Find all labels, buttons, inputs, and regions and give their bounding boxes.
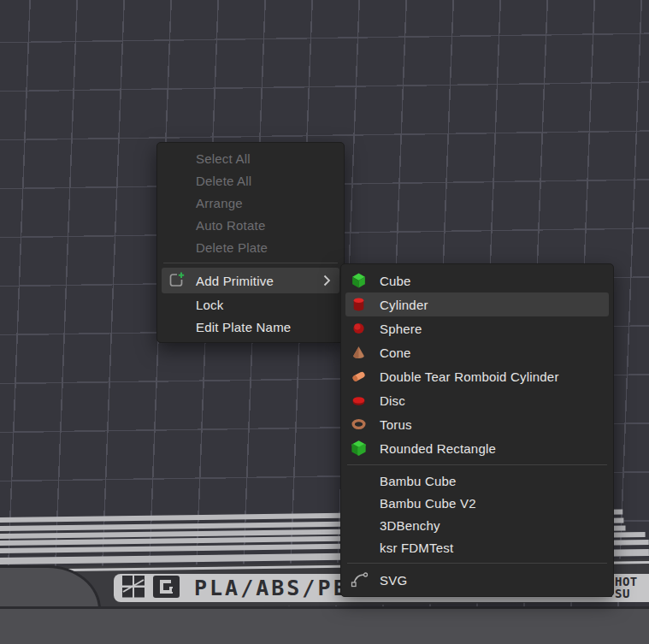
- plate-outside-area: [0, 606, 649, 644]
- hot-surface-label: HOT SU: [615, 576, 649, 600]
- add-primitive-icon: [167, 271, 186, 290]
- menu-item-delete-plate[interactable]: Delete Plate: [162, 236, 339, 258]
- menu-item-lock[interactable]: Lock: [162, 293, 339, 316]
- rounded-rectangle-icon: [351, 440, 367, 457]
- submenu-item-label: Cube: [380, 274, 411, 288]
- submenu-item-label: Cone: [380, 346, 411, 360]
- menu-item-label: Lock: [196, 298, 224, 312]
- bezier-curve-icon: [351, 571, 369, 589]
- g-logo: [153, 576, 180, 601]
- submenu-item-cone[interactable]: Cone: [345, 340, 609, 364]
- bambu-logo: [122, 576, 145, 601]
- menu-item-arrange[interactable]: Arrange: [162, 192, 339, 214]
- submenu-item-svg[interactable]: SVG: [345, 568, 609, 592]
- sphere-icon: [351, 321, 367, 337]
- submenu-item-3dbenchy[interactable]: 3DBenchy: [345, 514, 609, 536]
- context-menu: Select All Delete All Arrange Auto Rotat…: [156, 142, 345, 343]
- submenu-item-torus[interactable]: Torus: [345, 412, 609, 436]
- menu-item-label: Edit Plate Name: [196, 320, 291, 334]
- submenu-item-rounded-rectangle[interactable]: Rounded Rectangle: [345, 436, 609, 460]
- menu-separator: [163, 263, 338, 263]
- submenu-item-bambu-cube[interactable]: Bambu Cube: [345, 470, 609, 492]
- submenu-item-double-tear-romboid-cylinder[interactable]: Double Tear Romboid Cylinder: [345, 364, 609, 388]
- add-primitive-submenu: Cube Cylinder Sphere: [340, 263, 614, 597]
- menu-item-edit-plate-name[interactable]: Edit Plate Name: [162, 316, 339, 338]
- submenu-item-ksr-fdmtest[interactable]: ksr FDMTest: [345, 536, 609, 558]
- cube-icon: [351, 273, 367, 289]
- menu-separator: [347, 563, 607, 564]
- cone-icon: [351, 345, 367, 361]
- submenu-item-label: SVG: [380, 573, 407, 588]
- menu-item-label: Delete Plate: [196, 240, 268, 255]
- submenu-item-label: 3DBenchy: [380, 518, 440, 533]
- submenu-item-label: Double Tear Romboid Cylinder: [380, 369, 559, 384]
- submenu-item-label: Sphere: [380, 322, 422, 336]
- submenu-item-label: Disc: [380, 393, 405, 408]
- submenu-item-label: Bambu Cube: [380, 474, 457, 488]
- submenu-item-cylinder[interactable]: Cylinder: [345, 292, 609, 316]
- menu-item-label: Select All: [196, 151, 251, 166]
- disc-icon: [351, 393, 367, 409]
- submenu-item-label: ksr FDMTest: [380, 541, 453, 555]
- menu-item-delete-all[interactable]: Delete All: [162, 169, 339, 192]
- cylinder-icon: [351, 297, 367, 313]
- submenu-item-bambu-cube-v2[interactable]: Bambu Cube V2: [345, 492, 609, 514]
- torus-icon: [351, 417, 367, 433]
- romboid-cylinder-icon: [351, 369, 367, 385]
- submenu-item-label: Bambu Cube V2: [380, 496, 476, 511]
- menu-item-label: Delete All: [196, 174, 251, 188]
- submenu-item-disc[interactable]: Disc: [345, 388, 609, 412]
- chevron-right-icon: [323, 275, 331, 287]
- submenu-item-label: Rounded Rectangle: [380, 441, 496, 456]
- hot-surface-line2: SU: [615, 587, 630, 600]
- submenu-item-label: Torus: [380, 417, 412, 432]
- menu-item-label: Add Primitive: [196, 274, 274, 288]
- submenu-item-sphere[interactable]: Sphere: [345, 316, 609, 340]
- menu-item-label: Arrange: [196, 196, 243, 210]
- menu-item-add-primitive[interactable]: Add Primitive: [162, 268, 339, 293]
- submenu-item-label: Cylinder: [380, 298, 428, 312]
- menu-item-label: Auto Rotate: [196, 218, 265, 233]
- menu-item-select-all[interactable]: Select All: [162, 147, 339, 169]
- submenu-item-cube[interactable]: Cube: [345, 269, 609, 292]
- viewport-3d[interactable]: PLA/ABS/PETG HOT SU Select All Delete Al…: [0, 0, 649, 644]
- menu-separator: [347, 464, 607, 465]
- menu-item-auto-rotate[interactable]: Auto Rotate: [162, 214, 339, 236]
